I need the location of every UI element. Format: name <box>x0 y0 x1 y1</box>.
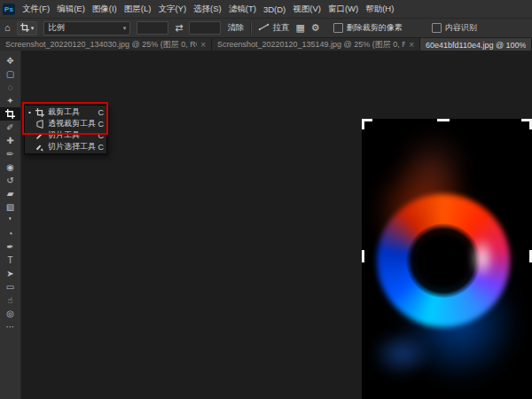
crop-width-input[interactable] <box>137 21 168 35</box>
crop-ratio-preset-value: 比例 <box>48 22 65 34</box>
tools-panel: ✥ ▢ ◌ ✦ ✐ ✚ ✏ ◉ ↺ ▰ ▧ ❜ ◔ ✒ T ➤ ▭ ☝ ◎ ⋯ <box>0 51 21 399</box>
artwork-blue-splash <box>362 323 442 385</box>
menu-bar: Ps 文件(F) 编辑(E) 图像(I) 图层(L) 文字(Y) 选择(S) 滤… <box>0 0 532 18</box>
menu-view[interactable]: 视图(V) <box>289 4 325 15</box>
menu-layer[interactable]: 图层(L) <box>121 4 155 15</box>
flyout-shortcut: C <box>98 120 105 129</box>
menu-edit[interactable]: 编辑(E) <box>53 4 89 15</box>
document-image[interactable] <box>362 119 532 399</box>
crop-handle-top-left[interactable] <box>362 119 364 129</box>
photoshop-window: Ps 文件(F) 编辑(E) 图像(I) 图层(L) 文字(Y) 选择(S) 滤… <box>0 0 532 399</box>
flyout-shortcut: C <box>98 131 105 140</box>
close-icon[interactable]: × <box>409 41 414 50</box>
tool-preset-picker[interactable]: ▾ <box>17 21 38 35</box>
content-aware-checkbox[interactable]: 内容识别 <box>432 22 477 34</box>
gradient-tool[interactable]: ▧ <box>0 200 20 214</box>
crop-handle-top[interactable] <box>437 119 450 121</box>
clone-stamp-tool[interactable]: ◉ <box>0 160 20 174</box>
flyout-item-label: 切片工具 <box>48 129 96 141</box>
crop-icon <box>35 108 45 117</box>
path-selection-tool[interactable]: ➤ <box>0 267 20 280</box>
overlay-options-icon[interactable]: ▦ <box>295 23 304 33</box>
checkbox-box <box>432 23 442 33</box>
chevron-down-icon: ▾ <box>123 25 127 32</box>
swap-dimensions-icon[interactable]: ⇄ <box>175 23 183 33</box>
edit-toolbar-button[interactable]: ⋯ <box>0 320 20 333</box>
menu-window[interactable]: 窗口(W) <box>325 4 362 15</box>
eraser-tool[interactable]: ▰ <box>0 187 20 200</box>
close-icon[interactable]: × <box>200 41 206 50</box>
straighten-button[interactable]: 拉直 <box>258 22 289 34</box>
menu-image[interactable]: 图像(I) <box>89 4 121 15</box>
brush-tool[interactable]: ✏ <box>0 147 20 160</box>
artwork-vortex-center <box>406 223 481 298</box>
history-brush-tool[interactable]: ↺ <box>0 174 20 187</box>
perspective-crop-icon <box>35 120 45 129</box>
home-icon[interactable]: ⌂ <box>4 23 11 33</box>
checkbox-box <box>333 23 343 33</box>
flyout-item-slice-tool[interactable]: 切片工具 C <box>25 129 106 141</box>
slice-select-icon <box>35 143 45 152</box>
menu-select[interactable]: 选择(S) <box>190 4 225 15</box>
tab-label: 60e41bfd110e4.jpg @ 100%(RGB/8#) <box>426 41 526 50</box>
straighten-icon <box>258 23 270 33</box>
shape-tool[interactable]: ▭ <box>0 280 20 293</box>
straighten-label: 拉直 <box>272 22 289 34</box>
flyout-item-label: 裁剪工具 <box>48 106 96 118</box>
menu-file[interactable]: 文件(F) <box>19 4 53 15</box>
crop-icon <box>20 23 29 34</box>
crop-ratio-preset-dropdown[interactable]: 比例 ▾ <box>43 21 130 35</box>
zoom-tool[interactable]: ◎ <box>0 307 20 320</box>
menu-help[interactable]: 帮助(H) <box>362 4 397 15</box>
document-tab-2[interactable]: Screenshot_20220120_135149.jpg @ 25% (图层… <box>212 38 420 51</box>
document-tab-1[interactable]: Screenshot_20220120_134030.jpg @ 25% (图层… <box>0 38 212 51</box>
hand-tool[interactable]: ☝ <box>0 293 20 307</box>
chevron-down-icon: ▾ <box>31 25 35 32</box>
crop-tool-flyout-menu: • 裁剪工具 C 透视裁剪工具 C 切片工具 C 切片选择工具 C <box>24 105 107 154</box>
flyout-item-label: 切片选择工具 <box>48 141 96 153</box>
flyout-shortcut: C <box>98 143 105 152</box>
pen-tool[interactable]: ✒ <box>0 240 20 254</box>
flyout-item-perspective-crop-tool[interactable]: 透视裁剪工具 C <box>25 118 106 129</box>
delete-cropped-pixels-checkbox[interactable]: 删除裁剪的像素 <box>333 22 403 34</box>
lasso-tool[interactable]: ◌ <box>0 81 20 94</box>
selected-bullet: • <box>27 108 32 116</box>
artwork-smoke <box>384 119 481 216</box>
flyout-item-label: 透视裁剪工具 <box>48 118 96 129</box>
move-tool[interactable]: ✥ <box>0 54 20 67</box>
marquee-tool[interactable]: ▢ <box>0 67 20 81</box>
slice-icon <box>35 131 45 140</box>
crop-height-input[interactable] <box>189 21 221 35</box>
document-tab-bar: Screenshot_20220120_134030.jpg @ 25% (图层… <box>0 38 532 51</box>
canvas-area[interactable] <box>21 51 532 399</box>
artwork-vortex-ring <box>377 194 510 327</box>
crop-options-bar: ⌂ ▾ 比例 ▾ ⇄ 清除 拉直 ▦ ⚙ 删除裁剪的像素 内容识别 <box>0 18 532 38</box>
healing-brush-tool[interactable]: ✚ <box>0 134 20 147</box>
crop-handle-top-left[interactable] <box>362 119 372 121</box>
flyout-item-slice-select-tool[interactable]: 切片选择工具 C <box>25 141 106 153</box>
eyedropper-tool[interactable]: ✐ <box>0 121 20 134</box>
quick-selection-tool[interactable]: ✦ <box>0 94 20 107</box>
tab-label: Screenshot_20220120_134030.jpg @ 25% (图层… <box>5 39 197 51</box>
artwork-blue-glow <box>379 243 532 399</box>
artwork-highlight <box>466 230 498 286</box>
checkbox-label: 内容识别 <box>445 22 477 34</box>
dodge-tool[interactable]: ◔ <box>0 227 20 240</box>
divider <box>250 22 252 35</box>
crop-handle-top-right[interactable] <box>521 119 532 121</box>
gear-icon[interactable]: ⚙ <box>311 23 320 33</box>
clear-button[interactable]: 清除 <box>227 22 244 34</box>
flyout-item-crop-tool[interactable]: • 裁剪工具 C <box>25 106 106 118</box>
checkbox-label: 删除裁剪的像素 <box>347 22 403 34</box>
menu-type[interactable]: 文字(Y) <box>154 4 190 15</box>
blur-tool[interactable]: ❜ <box>0 214 20 227</box>
crop-handle-left[interactable] <box>362 250 364 262</box>
menu-3d[interactable]: 3D(D) <box>260 4 289 14</box>
menu-filter[interactable]: 滤镜(T) <box>225 4 260 15</box>
crop-tool[interactable] <box>0 107 20 121</box>
type-tool[interactable]: T <box>0 254 20 267</box>
main-area: ✥ ▢ ◌ ✦ ✐ ✚ ✏ ◉ ↺ ▰ ▧ ❜ ◔ ✒ T ➤ ▭ ☝ ◎ ⋯ <box>0 51 532 399</box>
document-tab-3[interactable]: 60e41bfd110e4.jpg @ 100%(RGB/8#) <box>420 38 532 51</box>
flyout-shortcut: C <box>98 108 105 117</box>
artwork-red-glow <box>362 141 490 283</box>
